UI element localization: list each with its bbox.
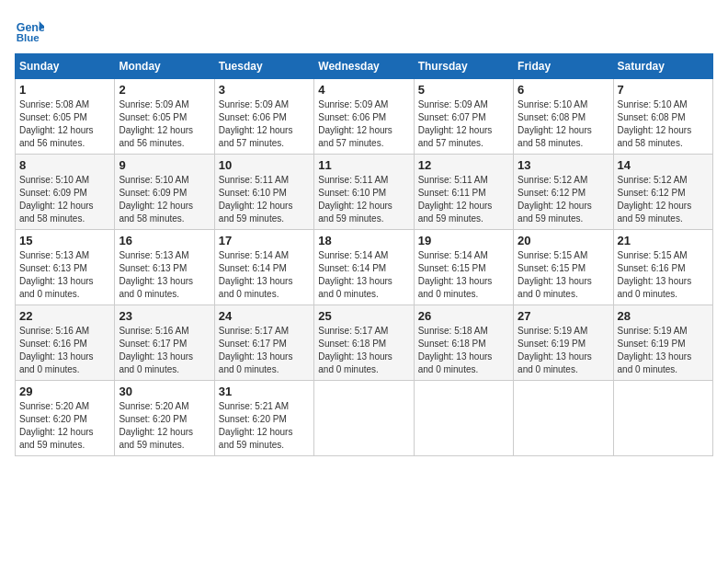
calendar-cell: 24Sunrise: 5:17 AMSunset: 6:17 PMDayligh…: [214, 305, 313, 381]
calendar-cell: 3Sunrise: 5:09 AMSunset: 6:06 PMDaylight…: [214, 79, 313, 155]
day-info: Sunrise: 5:18 AMSunset: 6:18 PMDaylight:…: [418, 325, 509, 376]
day-number: 17: [219, 234, 310, 247]
calendar-cell: 14Sunrise: 5:12 AMSunset: 6:12 PMDayligh…: [613, 155, 712, 230]
day-info: Sunrise: 5:12 AMSunset: 6:12 PMDaylight:…: [618, 174, 709, 225]
logo: General Blue: [15, 15, 48, 44]
calendar-cell: 12Sunrise: 5:11 AMSunset: 6:11 PMDayligh…: [414, 155, 513, 230]
calendar-cell: 10Sunrise: 5:11 AMSunset: 6:10 PMDayligh…: [214, 155, 313, 230]
day-number: 25: [318, 309, 409, 323]
day-info: Sunrise: 5:13 AMSunset: 6:13 PMDaylight:…: [119, 249, 210, 301]
calendar-cell: 17Sunrise: 5:14 AMSunset: 6:14 PMDayligh…: [214, 230, 313, 305]
calendar-cell: 30Sunrise: 5:20 AMSunset: 6:20 PMDayligh…: [115, 381, 214, 456]
day-info: Sunrise: 5:15 AMSunset: 6:15 PMDaylight:…: [518, 249, 609, 301]
calendar-cell: 26Sunrise: 5:18 AMSunset: 6:18 PMDayligh…: [414, 305, 513, 381]
day-number: 10: [219, 158, 310, 172]
day-number: 5: [418, 83, 509, 97]
calendar-cell: 25Sunrise: 5:17 AMSunset: 6:18 PMDayligh…: [314, 305, 414, 381]
day-number: 22: [19, 309, 110, 323]
day-info: Sunrise: 5:09 AMSunset: 6:06 PMDaylight:…: [318, 98, 409, 150]
day-number: 21: [618, 234, 709, 247]
day-info: Sunrise: 5:16 AMSunset: 6:17 PMDaylight:…: [119, 325, 210, 376]
calendar-cell: [514, 381, 613, 456]
day-number: 29: [19, 385, 110, 398]
day-number: 23: [119, 309, 210, 323]
week-row-1: 1Sunrise: 5:08 AMSunset: 6:05 PMDaylight…: [16, 79, 713, 155]
day-number: 2: [119, 83, 210, 97]
calendar-cell: 13Sunrise: 5:12 AMSunset: 6:12 PMDayligh…: [514, 155, 613, 230]
calendar-cell: [414, 381, 513, 456]
svg-text:Blue: Blue: [17, 32, 40, 43]
col-header-sunday: Sunday: [16, 54, 115, 79]
col-header-friday: Friday: [514, 54, 613, 79]
day-info: Sunrise: 5:14 AMSunset: 6:15 PMDaylight:…: [418, 249, 509, 301]
week-row-5: 29Sunrise: 5:20 AMSunset: 6:20 PMDayligh…: [16, 381, 713, 456]
calendar-cell: 6Sunrise: 5:10 AMSunset: 6:08 PMDaylight…: [514, 79, 613, 155]
day-info: Sunrise: 5:11 AMSunset: 6:10 PMDaylight:…: [318, 174, 409, 225]
day-number: 1: [19, 83, 110, 97]
day-number: 30: [119, 385, 210, 398]
calendar-cell: 20Sunrise: 5:15 AMSunset: 6:15 PMDayligh…: [514, 230, 613, 305]
col-header-thursday: Thursday: [414, 54, 513, 79]
week-row-4: 22Sunrise: 5:16 AMSunset: 6:16 PMDayligh…: [16, 305, 713, 381]
day-number: 24: [219, 309, 310, 323]
day-number: 27: [518, 309, 609, 323]
calendar-cell: 23Sunrise: 5:16 AMSunset: 6:17 PMDayligh…: [115, 305, 214, 381]
day-number: 13: [518, 158, 609, 172]
day-info: Sunrise: 5:20 AMSunset: 6:20 PMDaylight:…: [119, 400, 210, 452]
calendar-cell: 2Sunrise: 5:09 AMSunset: 6:05 PMDaylight…: [115, 79, 214, 155]
day-info: Sunrise: 5:13 AMSunset: 6:13 PMDaylight:…: [19, 249, 110, 301]
calendar-cell: 31Sunrise: 5:21 AMSunset: 6:20 PMDayligh…: [214, 381, 313, 456]
day-info: Sunrise: 5:09 AMSunset: 6:05 PMDaylight:…: [119, 98, 210, 150]
day-info: Sunrise: 5:15 AMSunset: 6:16 PMDaylight:…: [618, 249, 709, 301]
day-info: Sunrise: 5:16 AMSunset: 6:16 PMDaylight:…: [19, 325, 110, 376]
col-header-tuesday: Tuesday: [214, 54, 313, 79]
day-info: Sunrise: 5:19 AMSunset: 6:19 PMDaylight:…: [618, 325, 709, 376]
day-info: Sunrise: 5:20 AMSunset: 6:20 PMDaylight:…: [19, 400, 110, 452]
day-info: Sunrise: 5:12 AMSunset: 6:12 PMDaylight:…: [518, 174, 609, 225]
calendar-cell: 22Sunrise: 5:16 AMSunset: 6:16 PMDayligh…: [16, 305, 115, 381]
day-number: 31: [219, 385, 310, 398]
week-row-2: 8Sunrise: 5:10 AMSunset: 6:09 PMDaylight…: [16, 155, 713, 230]
day-info: Sunrise: 5:14 AMSunset: 6:14 PMDaylight:…: [318, 249, 409, 301]
day-number: 4: [318, 83, 409, 97]
day-info: Sunrise: 5:10 AMSunset: 6:09 PMDaylight:…: [19, 174, 110, 225]
col-header-saturday: Saturday: [613, 54, 712, 79]
day-info: Sunrise: 5:08 AMSunset: 6:05 PMDaylight:…: [19, 98, 110, 150]
calendar-cell: [314, 381, 414, 456]
calendar-header-row: SundayMondayTuesdayWednesdayThursdayFrid…: [16, 54, 713, 79]
day-info: Sunrise: 5:21 AMSunset: 6:20 PMDaylight:…: [219, 400, 310, 452]
day-info: Sunrise: 5:10 AMSunset: 6:08 PMDaylight:…: [518, 98, 609, 150]
day-info: Sunrise: 5:10 AMSunset: 6:09 PMDaylight:…: [119, 174, 210, 225]
calendar-cell: 8Sunrise: 5:10 AMSunset: 6:09 PMDaylight…: [16, 155, 115, 230]
calendar-cell: 7Sunrise: 5:10 AMSunset: 6:08 PMDaylight…: [613, 79, 712, 155]
day-number: 9: [119, 158, 210, 172]
calendar-cell: 16Sunrise: 5:13 AMSunset: 6:13 PMDayligh…: [115, 230, 214, 305]
day-info: Sunrise: 5:11 AMSunset: 6:10 PMDaylight:…: [219, 174, 310, 225]
day-info: Sunrise: 5:11 AMSunset: 6:11 PMDaylight:…: [418, 174, 509, 225]
logo-icon: General Blue: [15, 15, 44, 44]
day-number: 11: [318, 158, 409, 172]
day-number: 18: [318, 234, 409, 247]
calendar-cell: [613, 381, 712, 456]
day-number: 28: [618, 309, 709, 323]
calendar-cell: 21Sunrise: 5:15 AMSunset: 6:16 PMDayligh…: [613, 230, 712, 305]
calendar-cell: 29Sunrise: 5:20 AMSunset: 6:20 PMDayligh…: [16, 381, 115, 456]
calendar-cell: 15Sunrise: 5:13 AMSunset: 6:13 PMDayligh…: [16, 230, 115, 305]
col-header-monday: Monday: [115, 54, 214, 79]
calendar-cell: 19Sunrise: 5:14 AMSunset: 6:15 PMDayligh…: [414, 230, 513, 305]
calendar-cell: 9Sunrise: 5:10 AMSunset: 6:09 PMDaylight…: [115, 155, 214, 230]
calendar-cell: 11Sunrise: 5:11 AMSunset: 6:10 PMDayligh…: [314, 155, 414, 230]
day-info: Sunrise: 5:17 AMSunset: 6:18 PMDaylight:…: [318, 325, 409, 376]
day-number: 16: [119, 234, 210, 247]
calendar-cell: 27Sunrise: 5:19 AMSunset: 6:19 PMDayligh…: [514, 305, 613, 381]
day-info: Sunrise: 5:17 AMSunset: 6:17 PMDaylight:…: [219, 325, 310, 376]
calendar-cell: 1Sunrise: 5:08 AMSunset: 6:05 PMDaylight…: [16, 79, 115, 155]
calendar-cell: 5Sunrise: 5:09 AMSunset: 6:07 PMDaylight…: [414, 79, 513, 155]
day-number: 8: [19, 158, 110, 172]
week-row-3: 15Sunrise: 5:13 AMSunset: 6:13 PMDayligh…: [16, 230, 713, 305]
day-number: 20: [518, 234, 609, 247]
day-number: 12: [418, 158, 509, 172]
day-info: Sunrise: 5:09 AMSunset: 6:06 PMDaylight:…: [219, 98, 310, 150]
day-info: Sunrise: 5:10 AMSunset: 6:08 PMDaylight:…: [618, 98, 709, 150]
day-number: 15: [19, 234, 110, 247]
